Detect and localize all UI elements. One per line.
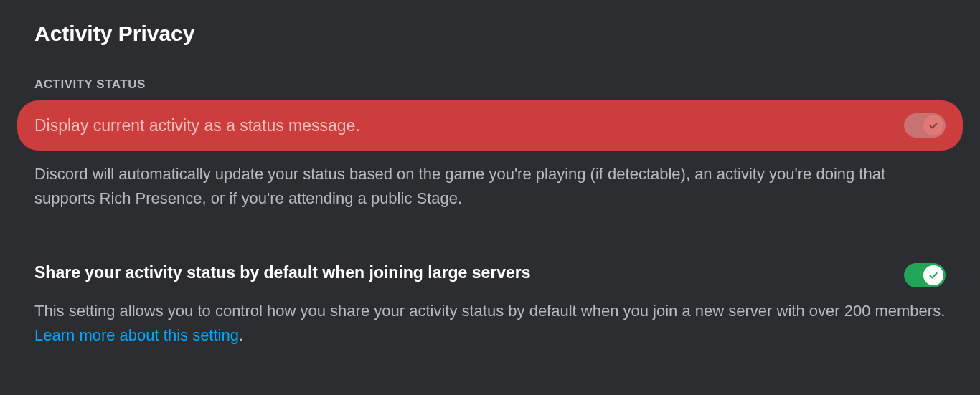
section-header-activity-status: ACTIVITY STATUS xyxy=(34,77,946,92)
setting-title-display-activity: Display current activity as a status mes… xyxy=(34,116,360,135)
learn-more-link[interactable]: Learn more about this setting xyxy=(34,326,239,344)
check-icon xyxy=(928,270,939,281)
divider xyxy=(34,237,946,237)
check-icon xyxy=(928,120,939,131)
toggle-knob xyxy=(923,265,943,285)
page-title: Activity Privacy xyxy=(34,22,946,46)
toggle-display-activity[interactable] xyxy=(904,113,946,138)
toggle-knob xyxy=(923,115,943,135)
setting-title-share-large-servers: Share your activity status by default wh… xyxy=(34,263,531,282)
desc-text-pre: This setting allows you to control how y… xyxy=(34,302,945,320)
setting-row-share-large-servers: Share your activity status by default wh… xyxy=(34,263,946,287)
setting-description-display-activity: Discord will automatically update your s… xyxy=(34,162,946,211)
setting-row-display-activity: Display current activity as a status mes… xyxy=(17,100,963,151)
desc-text-post: . xyxy=(239,326,243,344)
setting-description-share-large-servers: This setting allows you to control how y… xyxy=(34,299,946,348)
toggle-share-large-servers[interactable] xyxy=(904,263,946,287)
